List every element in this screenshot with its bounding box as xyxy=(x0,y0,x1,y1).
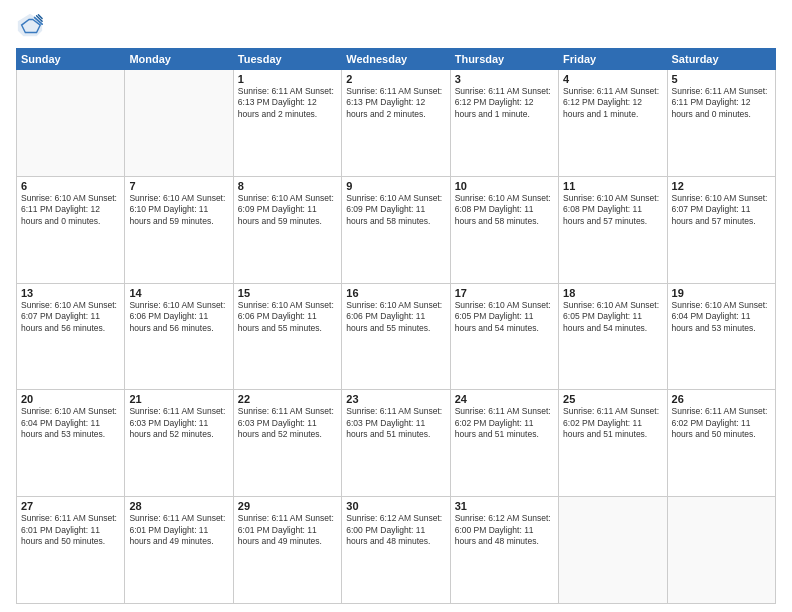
day-number: 11 xyxy=(563,180,662,192)
day-info: Sunrise: 6:11 AM Sunset: 6:01 PM Dayligh… xyxy=(129,513,228,547)
day-info: Sunrise: 6:11 AM Sunset: 6:03 PM Dayligh… xyxy=(129,406,228,440)
day-number: 8 xyxy=(238,180,337,192)
day-cell: 1Sunrise: 6:11 AM Sunset: 6:13 PM Daylig… xyxy=(233,70,341,177)
day-cell: 19Sunrise: 6:10 AM Sunset: 6:04 PM Dayli… xyxy=(667,283,775,390)
day-header-thursday: Thursday xyxy=(450,49,558,70)
day-cell: 13Sunrise: 6:10 AM Sunset: 6:07 PM Dayli… xyxy=(17,283,125,390)
day-cell xyxy=(125,70,233,177)
day-header-monday: Monday xyxy=(125,49,233,70)
day-cell: 6Sunrise: 6:10 AM Sunset: 6:11 PM Daylig… xyxy=(17,176,125,283)
day-number: 1 xyxy=(238,73,337,85)
day-info: Sunrise: 6:10 AM Sunset: 6:06 PM Dayligh… xyxy=(129,300,228,334)
day-info: Sunrise: 6:10 AM Sunset: 6:05 PM Dayligh… xyxy=(455,300,554,334)
day-cell xyxy=(667,497,775,604)
day-cell: 24Sunrise: 6:11 AM Sunset: 6:02 PM Dayli… xyxy=(450,390,558,497)
day-number: 28 xyxy=(129,500,228,512)
day-number: 16 xyxy=(346,287,445,299)
day-info: Sunrise: 6:11 AM Sunset: 6:03 PM Dayligh… xyxy=(238,406,337,440)
day-info: Sunrise: 6:10 AM Sunset: 6:06 PM Dayligh… xyxy=(346,300,445,334)
day-number: 23 xyxy=(346,393,445,405)
day-info: Sunrise: 6:10 AM Sunset: 6:09 PM Dayligh… xyxy=(346,193,445,227)
day-cell: 18Sunrise: 6:10 AM Sunset: 6:05 PM Dayli… xyxy=(559,283,667,390)
day-info: Sunrise: 6:11 AM Sunset: 6:13 PM Dayligh… xyxy=(346,86,445,120)
day-cell: 28Sunrise: 6:11 AM Sunset: 6:01 PM Dayli… xyxy=(125,497,233,604)
day-number: 20 xyxy=(21,393,120,405)
day-cell: 12Sunrise: 6:10 AM Sunset: 6:07 PM Dayli… xyxy=(667,176,775,283)
day-number: 18 xyxy=(563,287,662,299)
day-header-wednesday: Wednesday xyxy=(342,49,450,70)
day-number: 10 xyxy=(455,180,554,192)
day-info: Sunrise: 6:10 AM Sunset: 6:05 PM Dayligh… xyxy=(563,300,662,334)
day-cell: 2Sunrise: 6:11 AM Sunset: 6:13 PM Daylig… xyxy=(342,70,450,177)
day-info: Sunrise: 6:10 AM Sunset: 6:10 PM Dayligh… xyxy=(129,193,228,227)
day-info: Sunrise: 6:11 AM Sunset: 6:03 PM Dayligh… xyxy=(346,406,445,440)
day-cell: 3Sunrise: 6:11 AM Sunset: 6:12 PM Daylig… xyxy=(450,70,558,177)
day-cell: 4Sunrise: 6:11 AM Sunset: 6:12 PM Daylig… xyxy=(559,70,667,177)
day-number: 25 xyxy=(563,393,662,405)
day-number: 12 xyxy=(672,180,771,192)
day-cell: 9Sunrise: 6:10 AM Sunset: 6:09 PM Daylig… xyxy=(342,176,450,283)
day-cell: 21Sunrise: 6:11 AM Sunset: 6:03 PM Dayli… xyxy=(125,390,233,497)
week-row-1: 1Sunrise: 6:11 AM Sunset: 6:13 PM Daylig… xyxy=(17,70,776,177)
day-number: 15 xyxy=(238,287,337,299)
day-info: Sunrise: 6:11 AM Sunset: 6:02 PM Dayligh… xyxy=(563,406,662,440)
day-number: 17 xyxy=(455,287,554,299)
day-header-sunday: Sunday xyxy=(17,49,125,70)
day-number: 14 xyxy=(129,287,228,299)
page: SundayMondayTuesdayWednesdayThursdayFrid… xyxy=(0,0,792,612)
day-info: Sunrise: 6:11 AM Sunset: 6:12 PM Dayligh… xyxy=(563,86,662,120)
day-info: Sunrise: 6:10 AM Sunset: 6:08 PM Dayligh… xyxy=(455,193,554,227)
day-info: Sunrise: 6:10 AM Sunset: 6:07 PM Dayligh… xyxy=(672,193,771,227)
day-header-tuesday: Tuesday xyxy=(233,49,341,70)
day-info: Sunrise: 6:12 AM Sunset: 6:00 PM Dayligh… xyxy=(455,513,554,547)
day-info: Sunrise: 6:10 AM Sunset: 6:09 PM Dayligh… xyxy=(238,193,337,227)
day-number: 9 xyxy=(346,180,445,192)
day-info: Sunrise: 6:12 AM Sunset: 6:00 PM Dayligh… xyxy=(346,513,445,547)
header-row: SundayMondayTuesdayWednesdayThursdayFrid… xyxy=(17,49,776,70)
week-row-5: 27Sunrise: 6:11 AM Sunset: 6:01 PM Dayli… xyxy=(17,497,776,604)
day-cell: 30Sunrise: 6:12 AM Sunset: 6:00 PM Dayli… xyxy=(342,497,450,604)
day-number: 13 xyxy=(21,287,120,299)
calendar-table: SundayMondayTuesdayWednesdayThursdayFrid… xyxy=(16,48,776,604)
day-number: 3 xyxy=(455,73,554,85)
day-cell: 25Sunrise: 6:11 AM Sunset: 6:02 PM Dayli… xyxy=(559,390,667,497)
day-number: 26 xyxy=(672,393,771,405)
day-cell: 29Sunrise: 6:11 AM Sunset: 6:01 PM Dayli… xyxy=(233,497,341,604)
day-info: Sunrise: 6:10 AM Sunset: 6:04 PM Dayligh… xyxy=(21,406,120,440)
day-number: 2 xyxy=(346,73,445,85)
day-number: 22 xyxy=(238,393,337,405)
day-cell: 27Sunrise: 6:11 AM Sunset: 6:01 PM Dayli… xyxy=(17,497,125,604)
day-cell: 23Sunrise: 6:11 AM Sunset: 6:03 PM Dayli… xyxy=(342,390,450,497)
day-number: 19 xyxy=(672,287,771,299)
day-cell xyxy=(559,497,667,604)
week-row-4: 20Sunrise: 6:10 AM Sunset: 6:04 PM Dayli… xyxy=(17,390,776,497)
day-cell: 26Sunrise: 6:11 AM Sunset: 6:02 PM Dayli… xyxy=(667,390,775,497)
day-number: 5 xyxy=(672,73,771,85)
day-info: Sunrise: 6:11 AM Sunset: 6:01 PM Dayligh… xyxy=(21,513,120,547)
day-cell: 16Sunrise: 6:10 AM Sunset: 6:06 PM Dayli… xyxy=(342,283,450,390)
week-row-2: 6Sunrise: 6:10 AM Sunset: 6:11 PM Daylig… xyxy=(17,176,776,283)
day-cell: 10Sunrise: 6:10 AM Sunset: 6:08 PM Dayli… xyxy=(450,176,558,283)
day-info: Sunrise: 6:10 AM Sunset: 6:11 PM Dayligh… xyxy=(21,193,120,227)
day-header-saturday: Saturday xyxy=(667,49,775,70)
day-number: 21 xyxy=(129,393,228,405)
day-info: Sunrise: 6:10 AM Sunset: 6:04 PM Dayligh… xyxy=(672,300,771,334)
day-cell: 22Sunrise: 6:11 AM Sunset: 6:03 PM Dayli… xyxy=(233,390,341,497)
day-info: Sunrise: 6:10 AM Sunset: 6:07 PM Dayligh… xyxy=(21,300,120,334)
day-number: 31 xyxy=(455,500,554,512)
day-number: 30 xyxy=(346,500,445,512)
day-number: 29 xyxy=(238,500,337,512)
day-info: Sunrise: 6:11 AM Sunset: 6:12 PM Dayligh… xyxy=(455,86,554,120)
day-cell xyxy=(17,70,125,177)
day-info: Sunrise: 6:11 AM Sunset: 6:01 PM Dayligh… xyxy=(238,513,337,547)
day-cell: 15Sunrise: 6:10 AM Sunset: 6:06 PM Dayli… xyxy=(233,283,341,390)
day-info: Sunrise: 6:11 AM Sunset: 6:02 PM Dayligh… xyxy=(672,406,771,440)
day-info: Sunrise: 6:10 AM Sunset: 6:08 PM Dayligh… xyxy=(563,193,662,227)
day-header-friday: Friday xyxy=(559,49,667,70)
week-row-3: 13Sunrise: 6:10 AM Sunset: 6:07 PM Dayli… xyxy=(17,283,776,390)
day-number: 6 xyxy=(21,180,120,192)
day-info: Sunrise: 6:11 AM Sunset: 6:13 PM Dayligh… xyxy=(238,86,337,120)
day-cell: 7Sunrise: 6:10 AM Sunset: 6:10 PM Daylig… xyxy=(125,176,233,283)
day-info: Sunrise: 6:11 AM Sunset: 6:11 PM Dayligh… xyxy=(672,86,771,120)
day-cell: 17Sunrise: 6:10 AM Sunset: 6:05 PM Dayli… xyxy=(450,283,558,390)
